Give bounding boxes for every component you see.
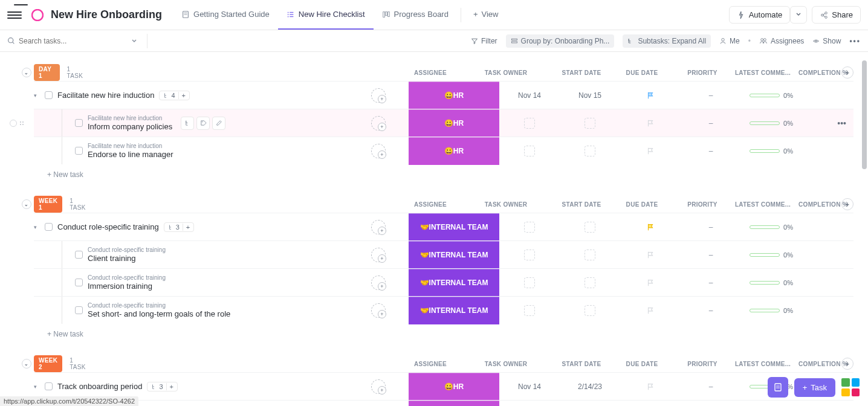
date-value[interactable]: Nov 14: [518, 91, 541, 100]
subtask-count[interactable]: 4+: [159, 91, 190, 100]
notepad-button[interactable]: [768, 377, 788, 398]
task-title[interactable]: Client training: [88, 254, 166, 263]
task-row[interactable]: ▾ Facilitate new hire induction 4+ 😀HR N…: [34, 81, 853, 109]
owner-cell[interactable]: 😀HR: [409, 82, 499, 109]
row-more-button[interactable]: •••: [837, 118, 846, 128]
expand-caret-icon[interactable]: ▾: [34, 384, 40, 390]
group-pill[interactable]: WEEK 1: [34, 196, 62, 213]
column-header[interactable]: ASSIGNEE: [400, 361, 461, 367]
tag-button[interactable]: [196, 117, 210, 130]
task-title[interactable]: Set short- and long-term goals of the ro…: [88, 309, 230, 318]
add-column-button[interactable]: +: [841, 66, 853, 79]
date-picker-icon[interactable]: [524, 277, 535, 288]
subtask-row[interactable]: Conduct role-specific training Set short…: [34, 296, 853, 324]
date-value[interactable]: Nov 14: [518, 382, 541, 391]
owner-cell[interactable]: 😀HR: [409, 373, 499, 401]
date-picker-icon[interactable]: [524, 118, 535, 129]
rename-button[interactable]: [212, 117, 225, 130]
subtask-row[interactable]: Facilitate new hire induction Endorse to…: [34, 137, 853, 164]
scrollbar-thumb[interactable]: [862, 60, 867, 169]
task-row[interactable]: ▾ Conduct role-specific training 3+ 🤝INT…: [34, 213, 853, 240]
assignee-add[interactable]: [371, 144, 386, 158]
column-header[interactable]: ASSIGNEE: [400, 69, 461, 76]
task-title[interactable]: Inform company policies: [88, 122, 172, 131]
menu-icon[interactable]: 196: [7, 8, 22, 22]
subtask-count[interactable]: 3+: [164, 222, 195, 232]
add-column-button[interactable]: +: [841, 358, 853, 370]
completion-cell[interactable]: 0%: [750, 279, 793, 286]
subtask-row[interactable]: Conduct role-specific training Client tr…: [34, 240, 853, 268]
flag-icon[interactable]: [646, 223, 655, 231]
scrollbar[interactable]: [862, 54, 867, 393]
column-header[interactable]: START DATE: [551, 361, 612, 367]
select-circle[interactable]: [10, 120, 17, 127]
column-header[interactable]: DUE DATE: [612, 361, 672, 367]
task-title[interactable]: Track onboarding period: [57, 382, 142, 391]
task-row[interactable]: ▾ Track onboarding period 3+ 😀HR Nov 14 …: [34, 372, 853, 400]
subtask-row[interactable]: Track onboarding period Set up training …: [34, 400, 853, 406]
column-header[interactable]: PRIORITY: [672, 361, 733, 367]
tab-checklist[interactable]: New Hire Checklist: [278, 0, 374, 30]
owner-cell[interactable]: 🤝INTERNAL TEAM: [409, 213, 499, 241]
owner-cell[interactable]: 🤝INTERNAL TEAM: [409, 269, 499, 297]
date-picker-icon[interactable]: [585, 250, 595, 260]
completion-cell[interactable]: 0%: [750, 307, 793, 314]
completion-cell[interactable]: 0%: [750, 251, 793, 259]
assignee-add[interactable]: [371, 303, 386, 318]
column-header[interactable]: DUE DATE: [612, 69, 672, 76]
completion-cell[interactable]: 0%: [750, 224, 793, 231]
completion-cell[interactable]: 0%: [750, 147, 793, 155]
date-picker-icon[interactable]: [585, 305, 595, 316]
column-header[interactable]: START DATE: [551, 69, 612, 76]
more-button[interactable]: •••: [849, 37, 861, 45]
flag-icon[interactable]: [646, 119, 655, 127]
task-title[interactable]: Facilitate new hire induction: [57, 91, 154, 100]
owner-cell[interactable]: 😀HR: [409, 109, 499, 137]
share-button[interactable]: Share: [812, 6, 861, 24]
subtask-row[interactable]: Facilitate new hire induction Inform com…: [34, 109, 853, 137]
add-view-button[interactable]: + View: [465, 0, 507, 30]
drag-icon[interactable]: [19, 121, 24, 126]
date-picker-icon[interactable]: [585, 222, 595, 233]
task-checkbox[interactable]: [75, 279, 83, 286]
comment-cell[interactable]: –: [709, 223, 713, 231]
subtask-count[interactable]: 3+: [147, 382, 178, 392]
chevron-down-icon[interactable]: [131, 38, 137, 44]
assignee-add[interactable]: [371, 276, 386, 290]
comment-cell[interactable]: –: [709, 306, 713, 315]
automate-dropdown[interactable]: [790, 6, 807, 24]
task-title[interactable]: Conduct role-specific training: [57, 222, 159, 231]
owner-cell[interactable]: 😀HR: [409, 401, 499, 407]
group-pill[interactable]: DAY 1: [34, 64, 60, 81]
column-header[interactable]: LATEST COMME...: [733, 69, 793, 76]
assignee-add[interactable]: [371, 379, 386, 394]
tab-getting-started[interactable]: Getting Started Guide: [173, 0, 278, 30]
subtask-row[interactable]: Conduct role-specific training Immersion…: [34, 268, 853, 296]
date-value[interactable]: 2/14/23: [578, 382, 602, 391]
me-button[interactable]: Me: [719, 37, 740, 45]
task-checkbox[interactable]: [75, 306, 83, 314]
task-checkbox[interactable]: [75, 147, 83, 155]
add-subtask-icon[interactable]: +: [178, 92, 186, 99]
group-collapse-toggle[interactable]: ⌄: [22, 359, 31, 369]
date-picker-icon[interactable]: [524, 305, 535, 316]
apps-button[interactable]: [841, 378, 860, 396]
assignee-add[interactable]: [371, 248, 386, 262]
owner-cell[interactable]: 🤝INTERNAL TEAM: [409, 297, 499, 324]
date-picker-icon[interactable]: [524, 250, 535, 260]
date-picker-icon[interactable]: [524, 146, 535, 156]
tab-progress[interactable]: Progress Board: [374, 0, 457, 30]
column-header[interactable]: DUE DATE: [612, 201, 672, 208]
owner-cell[interactable]: 🤝INTERNAL TEAM: [409, 241, 499, 269]
create-task-button[interactable]: + Task: [794, 378, 835, 397]
flag-icon[interactable]: [646, 306, 655, 315]
column-header[interactable]: LATEST COMME...: [733, 361, 793, 367]
flag-icon[interactable]: [646, 91, 655, 100]
automate-button[interactable]: Automate: [729, 6, 791, 24]
column-header[interactable]: TASK OWNER: [461, 69, 551, 76]
completion-cell[interactable]: 0%: [750, 92, 793, 99]
add-column-button[interactable]: +: [841, 198, 853, 210]
date-value[interactable]: Nov 15: [578, 91, 601, 100]
completion-cell[interactable]: 0%: [750, 120, 793, 127]
comment-cell[interactable]: –: [709, 91, 713, 100]
